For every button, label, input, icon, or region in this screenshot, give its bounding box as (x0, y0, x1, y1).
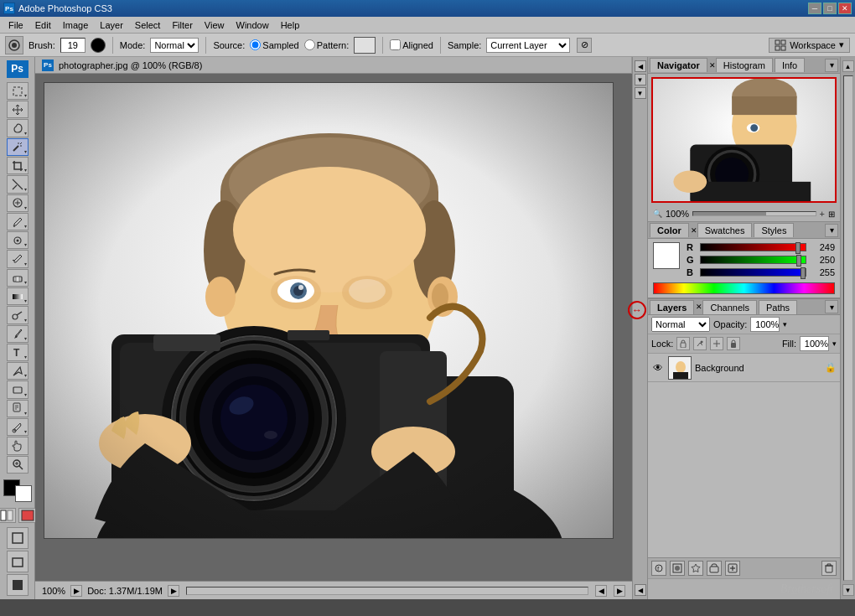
nav-expand-btn[interactable]: ⊞ (828, 210, 835, 219)
color-preview-swatch[interactable] (653, 242, 680, 269)
sampled-radio[interactable] (250, 39, 261, 50)
menu-layer[interactable]: Layer (95, 19, 128, 31)
opacity-arrow[interactable]: ▾ (783, 320, 787, 329)
tool-lasso[interactable]: ▾ (7, 119, 28, 137)
canvas-image[interactable] (44, 82, 614, 539)
b-slider[interactable] (700, 268, 806, 277)
g-slider[interactable] (700, 256, 806, 264)
layer-row-background[interactable]: 👁 Background 🔒 (648, 354, 840, 382)
screen-mode-full-menu[interactable] (7, 551, 28, 572)
zoom-slider[interactable] (692, 211, 816, 216)
menu-help[interactable]: Help (276, 19, 305, 31)
zoom-in-icon[interactable]: + (820, 209, 825, 219)
layer-mask-btn[interactable] (670, 561, 685, 576)
lock-transparency[interactable] (676, 337, 690, 350)
tool-slice[interactable]: ▾ (7, 175, 28, 193)
layer-styles-btn[interactable]: f (651, 561, 666, 576)
tool-gradient[interactable]: ▾ (7, 287, 28, 305)
tab-layers-close[interactable]: ✕ (696, 303, 702, 311)
tab-color-close[interactable]: ✕ (691, 226, 697, 235)
tool-shape[interactable]: ▾ (7, 380, 28, 398)
navigator-panel-menu[interactable]: ▾ (825, 59, 838, 72)
tool-crop[interactable]: ▾ (7, 157, 28, 174)
scroll-right-btn[interactable]: ▶ (614, 585, 625, 597)
menu-file[interactable]: File (3, 19, 28, 31)
tab-layers[interactable]: Layers (650, 300, 694, 314)
zoom-menu-btn[interactable]: ▶ (70, 585, 82, 597)
tab-channels[interactable]: Channels (702, 300, 756, 314)
layer-adjustment-btn[interactable] (688, 561, 703, 576)
menu-image[interactable]: Image (58, 19, 94, 31)
screen-mode-full[interactable] (7, 574, 28, 596)
layers-panel-menu[interactable]: ▾ (825, 300, 838, 313)
panel-strip-btn-3[interactable]: ▼ (635, 87, 646, 99)
tab-histogram[interactable]: Histogram (716, 58, 773, 72)
tool-eraser[interactable]: ▾ (7, 269, 28, 287)
blend-mode-select[interactable]: Normal (651, 317, 710, 332)
panel-scrollbar[interactable] (843, 75, 853, 581)
tool-hand[interactable] (7, 437, 28, 454)
tool-history-brush[interactable]: ▾ (7, 250, 28, 267)
tool-eyedropper[interactable]: ▾ (7, 418, 28, 436)
mode-normal[interactable] (0, 508, 16, 523)
doc-info-btn[interactable]: ▶ (168, 585, 179, 597)
aligned-checkbox[interactable] (390, 39, 401, 50)
close-button[interactable]: ✕ (838, 3, 852, 14)
lock-position[interactable] (710, 337, 723, 350)
panel-strip-btn-1[interactable]: ◀ (635, 60, 646, 72)
lock-image[interactable] (693, 337, 707, 350)
tab-swatches[interactable]: Swatches (697, 223, 753, 237)
color-panel-menu[interactable]: ▾ (825, 224, 838, 237)
scroll-left-btn[interactable]: ◀ (595, 585, 607, 597)
delete-layer-btn[interactable] (821, 561, 837, 576)
pattern-radio[interactable] (304, 39, 315, 50)
canvas-wrapper[interactable] (35, 74, 632, 581)
tool-type[interactable]: T ▾ (7, 344, 28, 361)
tab-navigator-close[interactable]: ✕ (709, 61, 716, 70)
navigator-preview[interactable] (651, 77, 837, 203)
watermark-link[interactable]: Brothersoft (780, 582, 833, 595)
tool-marquee[interactable]: ▾ (7, 82, 28, 100)
pattern-swatch[interactable] (354, 37, 376, 54)
screen-mode-standard[interactable] (7, 527, 28, 549)
brush-size-input[interactable] (60, 38, 86, 53)
tool-magic-wand[interactable]: ▾ (7, 138, 28, 156)
color-spectrum-bar[interactable] (653, 282, 835, 294)
tool-clone[interactable]: ▾ (7, 231, 28, 249)
panel-scroll-down[interactable]: ▼ (842, 584, 854, 596)
fill-arrow[interactable]: ▾ (832, 339, 837, 348)
tool-zoom[interactable] (7, 456, 28, 474)
tool-notes[interactable]: ▾ (7, 400, 28, 417)
menu-select[interactable]: Select (130, 19, 166, 31)
tab-styles[interactable]: Styles (754, 223, 794, 237)
panel-strip-btn-2[interactable]: ▼ (635, 74, 646, 85)
tool-brush[interactable]: ▾ (7, 213, 28, 230)
layer-group-btn[interactable] (707, 561, 722, 576)
menu-filter[interactable]: Filter (167, 19, 197, 31)
new-layer-btn[interactable] (725, 561, 740, 576)
background-color[interactable] (15, 485, 32, 502)
horizontal-scrollbar[interactable] (186, 587, 588, 595)
menu-window[interactable]: Window (231, 19, 274, 31)
tool-heal[interactable]: ▾ (7, 194, 28, 212)
fill-input[interactable] (800, 336, 829, 351)
tool-dodge[interactable]: ▾ (7, 306, 28, 324)
r-slider[interactable] (700, 243, 806, 251)
panel-strip-btn-bottom[interactable]: ◀ (635, 584, 646, 596)
maximize-button[interactable]: □ (823, 3, 837, 14)
tab-navigator[interactable]: Navigator (650, 58, 707, 72)
tool-pen[interactable]: ▾ (7, 325, 28, 343)
tab-paths[interactable]: Paths (759, 300, 797, 314)
lock-all[interactable] (727, 337, 740, 350)
tab-color[interactable]: Color (650, 223, 689, 237)
layer-visibility-toggle[interactable]: 👁 (651, 361, 665, 375)
sample-select[interactable]: Current Layer (486, 38, 570, 53)
minimize-button[interactable]: ─ (808, 3, 821, 14)
workspace-button[interactable]: Workspace ▾ (769, 38, 850, 53)
tool-path-selection[interactable]: ▾ (7, 362, 28, 380)
panel-scroll-up[interactable]: ▲ (842, 60, 854, 72)
tool-move[interactable] (7, 101, 28, 118)
sample-options-btn[interactable]: ⊘ (577, 38, 592, 53)
mode-select[interactable]: Normal (150, 38, 199, 53)
opacity-input[interactable] (750, 317, 780, 332)
